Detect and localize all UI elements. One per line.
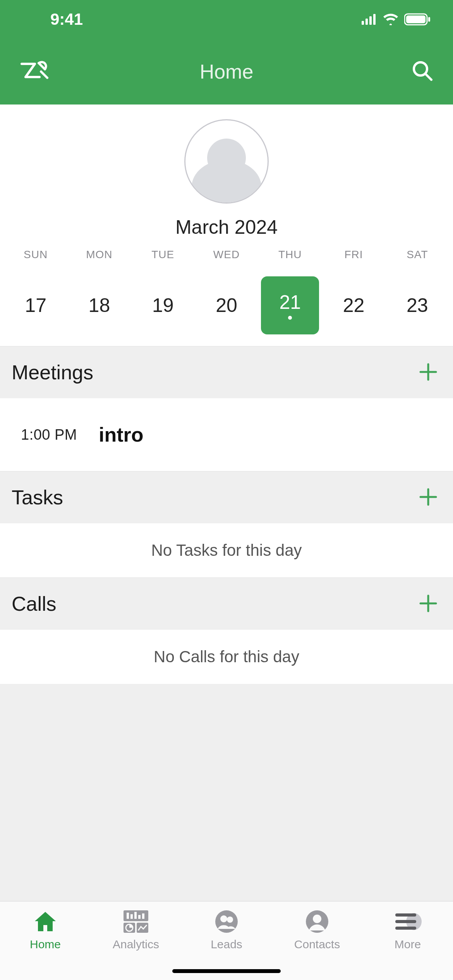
day-name: FRI (345, 248, 363, 261)
day-name: WED (213, 248, 240, 261)
cellular-icon (362, 14, 377, 25)
add-call-button[interactable] (415, 591, 441, 617)
tab-label: Home (30, 938, 61, 951)
tab-label: Contacts (294, 938, 340, 951)
svg-rect-2 (369, 16, 372, 25)
svg-rect-17 (130, 914, 133, 919)
day-num: 20 (216, 294, 237, 317)
contacts-icon (302, 909, 333, 934)
day-name: SUN (24, 248, 48, 261)
meetings-header: Meetings (0, 346, 453, 398)
day-col-sun[interactable]: SUN 17 (4, 248, 67, 334)
day-col-wed[interactable]: WED 20 (195, 248, 258, 334)
status-time: 9:41 (50, 10, 83, 29)
svg-rect-0 (362, 21, 364, 25)
leads-icon (211, 909, 242, 934)
svg-rect-32 (395, 927, 416, 930)
day-name: THU (278, 248, 302, 261)
svg-rect-5 (406, 15, 426, 23)
meetings-list: 1:00 PM intro (0, 398, 453, 471)
tasks-title: Tasks (12, 486, 63, 509)
tab-contacts[interactable]: Contacts (272, 909, 362, 980)
day-name: TUE (151, 248, 174, 261)
svg-rect-1 (365, 19, 368, 25)
wifi-icon (383, 14, 399, 25)
calls-title: Calls (12, 592, 57, 615)
status-icons (362, 13, 431, 26)
month-label: March 2024 (0, 212, 453, 248)
home-icon (30, 909, 61, 934)
day-col-fri[interactable]: FRI 22 (322, 248, 385, 334)
svg-rect-19 (138, 915, 141, 919)
day-num: 19 (152, 294, 174, 317)
svg-line-8 (426, 74, 431, 80)
week-row: SUN 17 MON 18 TUE 19 WED 20 THU 21 FRI 2… (0, 248, 453, 346)
search-icon[interactable] (411, 60, 434, 84)
plus-icon (419, 594, 438, 613)
day-num: 23 (407, 294, 428, 317)
meeting-title: intro (99, 423, 144, 446)
svg-point-26 (227, 917, 233, 923)
day-name: MON (86, 248, 112, 261)
meetings-title: Meetings (12, 361, 93, 384)
battery-icon (404, 13, 431, 26)
status-bar: 9:41 (0, 0, 453, 39)
tab-label: More (395, 938, 421, 951)
svg-rect-30 (395, 913, 416, 917)
tab-home[interactable]: Home (0, 909, 91, 980)
add-task-button[interactable] (415, 485, 441, 510)
meeting-time: 1:00 PM (21, 427, 77, 443)
avatar[interactable] (184, 119, 269, 204)
day-col-mon[interactable]: MON 18 (67, 248, 131, 334)
tab-analytics[interactable]: Analytics (91, 909, 181, 980)
svg-rect-20 (142, 913, 144, 919)
day-num: 22 (343, 294, 365, 317)
tab-label: Analytics (113, 938, 159, 951)
add-meeting-button[interactable] (415, 360, 441, 385)
day-col-tue[interactable]: TUE 19 (131, 248, 195, 334)
tasks-header: Tasks (0, 471, 453, 523)
day-col-sat[interactable]: SAT 23 (386, 248, 449, 334)
day-event-dot (288, 316, 292, 320)
analytics-icon (120, 909, 151, 934)
calls-header: Calls (0, 577, 453, 630)
day-col-thu[interactable]: THU 21 (258, 248, 322, 334)
day-num: 21 (279, 291, 301, 314)
more-icon (392, 909, 423, 934)
day-name: SAT (407, 248, 428, 261)
calls-empty: No Calls for this day (0, 630, 453, 684)
day-num: 17 (25, 294, 46, 317)
tabbar: Home Analytics Leads Contacts M (0, 901, 453, 980)
svg-point-25 (220, 915, 227, 922)
svg-point-28 (313, 915, 321, 923)
svg-point-24 (215, 910, 238, 933)
plus-icon (419, 488, 438, 506)
svg-rect-3 (373, 14, 376, 25)
tab-more[interactable]: More (362, 909, 453, 980)
avatar-wrap (0, 105, 453, 212)
plus-icon (419, 363, 438, 381)
page-title: Home (200, 60, 254, 83)
svg-rect-31 (395, 920, 416, 923)
zia-icon[interactable] (19, 59, 50, 84)
home-indicator[interactable] (172, 969, 281, 973)
tab-label: Leads (211, 938, 242, 951)
svg-rect-16 (127, 913, 129, 919)
meeting-item[interactable]: 1:00 PM intro (0, 398, 453, 471)
svg-rect-18 (134, 912, 137, 919)
tasks-empty: No Tasks for this day (0, 523, 453, 577)
svg-rect-6 (428, 17, 430, 22)
day-num: 18 (89, 294, 110, 317)
app-header: Home (0, 39, 453, 105)
